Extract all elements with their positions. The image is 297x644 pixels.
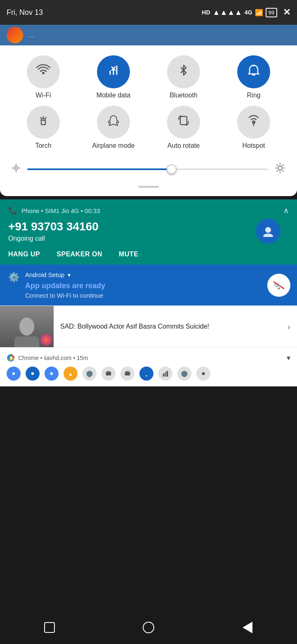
chart-tab[interactable]: [158, 367, 172, 381]
expand-setup-icon[interactable]: ▾: [68, 272, 71, 278]
news-notification[interactable]: SAD: Bollywood Actor Asif Basra Commits …: [0, 305, 297, 347]
recents-button[interactable]: [39, 617, 60, 638]
call-details: +91 93703 34160 Ongoing call: [8, 220, 289, 242]
brightness-low-icon: [12, 163, 21, 175]
torch-toggle[interactable]: [27, 106, 60, 139]
wifi-label: Wi-Fi: [35, 92, 51, 99]
hotspot-icon: [246, 113, 261, 131]
phone-tab[interactable]: [139, 367, 153, 381]
shield-tab-2[interactable]: [177, 367, 191, 381]
tabs-tab-1[interactable]: [101, 367, 116, 381]
qs-torch[interactable]: Torch: [14, 106, 72, 149]
call-number: +91 93703 34160: [8, 220, 289, 233]
chrome-tab-3[interactable]: [45, 367, 59, 381]
call-actions: HANG UP SPEAKER ON MUTE: [8, 251, 289, 258]
setup-gear-icon: ⚙️: [8, 272, 19, 283]
qs-wifi[interactable]: Wi-Fi: [14, 55, 72, 99]
svg-rect-39: [167, 371, 168, 377]
panel-handle: [138, 186, 159, 188]
news-headline: SAD: Bollywood Actor Asif Basra Commits …: [54, 317, 281, 336]
call-notification-header: 📞 Phone • SIM1 Jio 4G • 00:33 ∧: [8, 206, 289, 215]
svg-rect-37: [163, 374, 165, 376]
news-chevron-icon[interactable]: ›: [281, 315, 297, 338]
svg-line-17: [277, 170, 278, 172]
chrome-notification: Chrome • iiavhd.com • 15m ▾: [0, 347, 297, 386]
svg-point-30: [69, 374, 71, 376]
airplane-toggle[interactable]: [97, 106, 130, 139]
svg-line-15: [283, 170, 284, 172]
qs-hotspot[interactable]: Hotspot: [225, 106, 283, 149]
home-button[interactable]: [138, 617, 159, 638]
signal-bars-icon: ▲▲▲▲: [213, 8, 242, 17]
call-notification: 📞 Phone • SIM1 Jio 4G • 00:33 ∧ +91 9370…: [0, 199, 297, 265]
svg-point-4: [14, 166, 18, 170]
mobile-data-toggle[interactable]: [97, 55, 130, 88]
svg-line-14: [277, 165, 278, 166]
shield-tab-1[interactable]: [82, 367, 97, 381]
qs-autorotate[interactable]: Auto rotate: [155, 106, 212, 149]
svg-rect-20: [14, 336, 39, 347]
ring-toggle[interactable]: [237, 55, 270, 88]
svg-point-0: [253, 65, 255, 66]
chrome-tab-1[interactable]: [7, 367, 21, 381]
svg-point-19: [19, 317, 34, 336]
svg-point-26: [31, 372, 34, 375]
svg-point-9: [278, 166, 282, 170]
autorotate-icon: [176, 113, 191, 131]
battery-indicator: 99: [266, 8, 277, 17]
mobile-data-icon: [106, 63, 121, 81]
svg-rect-2: [180, 116, 187, 125]
phone-icon: 📞: [8, 206, 17, 215]
svg-rect-34: [126, 371, 129, 373]
svg-point-18: [265, 227, 271, 233]
expand-call-icon[interactable]: ∧: [283, 206, 289, 215]
dot-tab[interactable]: [196, 367, 210, 381]
home-icon: [143, 622, 154, 633]
mobile-data-label: Mobile data: [97, 92, 131, 99]
background-app-bar: ...: [0, 25, 297, 45]
tabs-tab-2[interactable]: [120, 367, 134, 381]
bluetooth-toggle[interactable]: [167, 55, 200, 88]
quick-settings-row-2: Torch Airplane mode: [8, 106, 289, 149]
svg-point-24: [12, 372, 15, 375]
qs-bluetooth[interactable]: Bluetooth: [155, 55, 212, 99]
expand-chrome-icon[interactable]: ▾: [287, 353, 290, 362]
torch-label: Torch: [35, 142, 51, 149]
svg-rect-32: [107, 371, 110, 373]
notifications-area: 📞 Phone • SIM1 Jio 4G • 00:33 ∧ +91 9370…: [0, 199, 297, 386]
hotspot-toggle[interactable]: [237, 106, 270, 139]
qs-ring[interactable]: Ring: [225, 55, 283, 99]
close-icon[interactable]: ✕: [283, 7, 290, 18]
ring-icon: [246, 63, 261, 81]
recents-icon: [44, 622, 55, 633]
app-bar-label: ...: [29, 31, 34, 39]
wifi-icon: [36, 63, 51, 81]
mute-button[interactable]: MUTE: [119, 251, 138, 258]
chrome-tab-2[interactable]: [26, 367, 40, 381]
back-icon: [243, 622, 252, 633]
status-date: Fri, Nov 13: [7, 8, 43, 17]
brightness-slider[interactable]: [27, 168, 268, 170]
hotspot-label: Hotspot: [242, 142, 265, 149]
hang-up-button[interactable]: HANG UP: [8, 251, 40, 258]
qs-mobile-data[interactable]: Mobile data: [85, 55, 142, 99]
chrome-meta: Chrome • iiavhd.com • 15m: [18, 355, 88, 361]
autorotate-toggle[interactable]: [167, 106, 200, 139]
signal-strength-icon: 📶: [255, 9, 263, 17]
svg-line-16: [283, 165, 284, 166]
caller-avatar: [256, 219, 280, 244]
wifi-toggle[interactable]: [27, 55, 60, 88]
brightness-thumb[interactable]: [167, 164, 177, 174]
brave-tab[interactable]: [64, 367, 78, 381]
bluetooth-label: Bluetooth: [170, 92, 198, 99]
qs-airplane[interactable]: Airplane mode: [85, 106, 142, 149]
torch-icon: [36, 113, 51, 131]
status-bar: Fri, Nov 13 HD ▲▲▲▲ 4G 📶 99 ✕: [0, 0, 297, 25]
speaker-button[interactable]: SPEAKER ON: [57, 251, 102, 258]
airplane-label: Airplane mode: [92, 142, 134, 149]
back-button[interactable]: [237, 617, 258, 638]
setup-app-name: Android Setup: [25, 271, 64, 278]
autorotate-label: Auto rotate: [167, 142, 200, 149]
svg-rect-1: [41, 119, 45, 125]
quick-settings-panel: Wi-Fi Mobile data: [0, 45, 297, 196]
